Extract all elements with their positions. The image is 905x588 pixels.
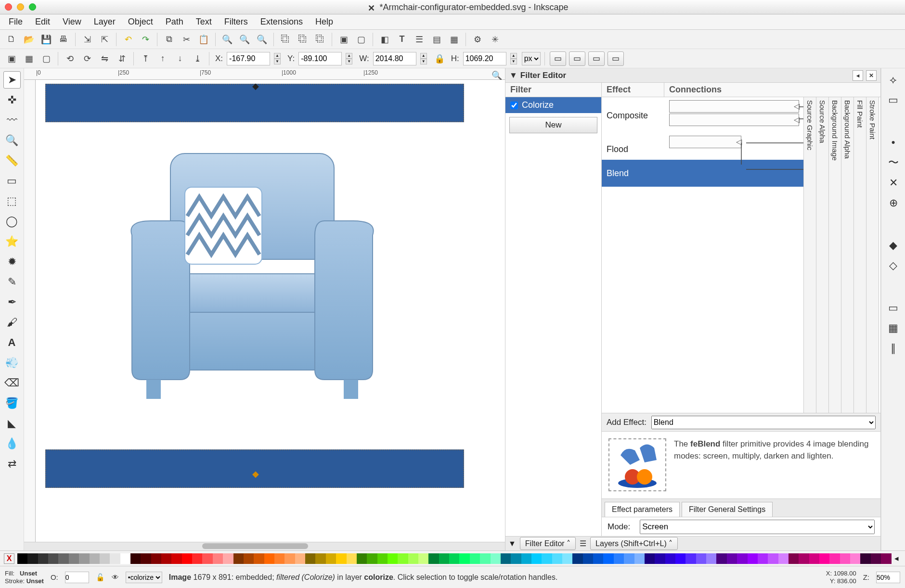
star-tool-icon[interactable]: ⭐ xyxy=(3,233,21,250)
color-swatch[interactable] xyxy=(48,553,58,564)
filter-checkbox[interactable] xyxy=(510,102,518,109)
color-swatch[interactable] xyxy=(110,553,120,564)
y-up-icon[interactable]: ▲ xyxy=(346,53,352,59)
color-swatch[interactable] xyxy=(768,553,778,564)
zoom-input[interactable] xyxy=(876,572,900,583)
snap-paths-icon[interactable]: 〜 xyxy=(885,154,902,171)
snap-midpoint-icon[interactable]: ◆ xyxy=(885,237,902,254)
color-swatch[interactable] xyxy=(829,553,840,564)
scrollbar-thumb[interactable] xyxy=(202,543,308,549)
color-swatch[interactable] xyxy=(778,553,789,564)
h-input[interactable] xyxy=(463,52,506,65)
color-swatch[interactable] xyxy=(428,553,439,564)
document-prefs-icon[interactable]: ✳ xyxy=(487,32,503,47)
import-icon[interactable]: ⇲ xyxy=(79,32,95,47)
color-swatch[interactable] xyxy=(748,553,758,564)
copy-icon[interactable]: ⧉ xyxy=(161,32,177,47)
duplicate-icon[interactable]: ⿻ xyxy=(278,32,293,47)
color-swatch[interactable] xyxy=(141,553,151,564)
layer-visible-icon[interactable]: 👁 xyxy=(112,573,119,581)
dock-tab-layers[interactable]: Layers (Shift+Ctrl+L) ˄ xyxy=(590,537,678,550)
affect-corners-icon[interactable]: ▭ xyxy=(569,51,585,66)
color-swatch[interactable] xyxy=(459,553,469,564)
color-swatch[interactable] xyxy=(583,553,593,564)
close-window-button[interactable] xyxy=(5,3,12,11)
dock-tab-filter[interactable]: Filter Editor ˄ xyxy=(520,537,576,550)
menu-object[interactable]: Object xyxy=(122,15,159,29)
color-swatch[interactable] xyxy=(696,553,706,564)
color-swatch[interactable] xyxy=(38,553,48,564)
color-swatch[interactable] xyxy=(511,553,521,564)
layer-select[interactable]: •colorize xyxy=(126,572,162,583)
ungroup-icon[interactable]: ▢ xyxy=(353,32,369,47)
calligraphy-tool-icon[interactable]: 🖌 xyxy=(3,314,21,331)
snap-nodes-icon[interactable]: • xyxy=(885,134,902,151)
unlink-icon[interactable]: ⿻ xyxy=(312,32,328,47)
color-swatch[interactable] xyxy=(202,553,212,564)
mode-select[interactable]: Screen xyxy=(640,520,875,534)
color-swatch[interactable] xyxy=(491,553,501,564)
filter-row-colorize[interactable]: Colorize xyxy=(505,97,601,113)
color-swatch[interactable] xyxy=(377,553,388,564)
color-swatch[interactable] xyxy=(264,553,274,564)
rect-tool-icon[interactable]: ▭ xyxy=(3,172,21,190)
align-icon[interactable]: ▦ xyxy=(446,32,462,47)
fill-stroke-indicator[interactable]: Fill: Unset Stroke: Unset xyxy=(5,570,44,585)
color-swatch[interactable] xyxy=(254,553,264,564)
color-swatch[interactable] xyxy=(295,553,305,564)
color-swatch[interactable] xyxy=(655,553,665,564)
affect-gradient-icon[interactable]: ▭ xyxy=(588,51,605,66)
tab-filter-general[interactable]: Filter General Settings xyxy=(682,502,773,517)
effect-row-blend[interactable]: Blend xyxy=(602,160,804,187)
color-swatch[interactable] xyxy=(501,553,511,564)
clone-icon[interactable]: ⿻ xyxy=(295,32,310,47)
color-swatch[interactable] xyxy=(27,553,38,564)
color-swatch[interactable] xyxy=(789,553,799,564)
color-swatch[interactable] xyxy=(408,553,418,564)
w-up-icon[interactable]: ▲ xyxy=(420,53,427,59)
select-layers-icon[interactable]: ▦ xyxy=(21,51,37,66)
color-swatch[interactable] xyxy=(850,553,860,564)
color-swatch[interactable] xyxy=(161,553,171,564)
ruler-vertical[interactable] xyxy=(24,80,36,542)
color-swatch[interactable] xyxy=(634,553,645,564)
color-swatch[interactable] xyxy=(223,553,233,564)
unit-select[interactable]: px xyxy=(522,52,541,65)
save-file-icon[interactable]: 💾 xyxy=(39,32,54,47)
effect-row-composite[interactable]: Composite xyxy=(602,102,669,129)
selector-tool-icon[interactable]: ➤ xyxy=(3,71,21,89)
snap-grid-icon[interactable]: ▦ xyxy=(885,320,902,337)
group-icon[interactable]: ▣ xyxy=(336,32,351,47)
color-swatch[interactable] xyxy=(449,553,459,564)
layers-icon[interactable]: ☰ xyxy=(412,32,427,47)
pen-tool-icon[interactable]: ✒ xyxy=(3,294,21,311)
color-swatch[interactable] xyxy=(120,553,130,564)
color-swatch[interactable] xyxy=(593,553,603,564)
menu-edit[interactable]: Edit xyxy=(29,15,56,29)
xml-icon[interactable]: ▤ xyxy=(429,32,444,47)
color-swatch[interactable] xyxy=(614,553,624,564)
effects-body[interactable]: Composite Flood Blend Source Graphic Sou xyxy=(602,97,880,413)
snap-other-icon[interactable]: ◇ xyxy=(885,257,902,274)
color-swatch[interactable] xyxy=(624,553,634,564)
snap-bbox-icon[interactable]: ▭ xyxy=(885,91,902,109)
x-down-icon[interactable]: ▼ xyxy=(274,59,281,64)
color-swatch[interactable] xyxy=(100,553,110,564)
color-swatch[interactable] xyxy=(69,553,79,564)
pencil-tool-icon[interactable]: ✎ xyxy=(3,273,21,291)
print-icon[interactable]: 🖶 xyxy=(56,32,71,47)
connector-tool-icon[interactable]: ⇄ xyxy=(3,455,21,473)
w-down-icon[interactable]: ▼ xyxy=(420,59,427,64)
color-swatch[interactable] xyxy=(531,553,542,564)
bucket-tool-icon[interactable]: 🪣 xyxy=(3,395,21,412)
color-swatch[interactable] xyxy=(305,553,315,564)
color-swatch[interactable] xyxy=(737,553,747,564)
color-swatch[interactable] xyxy=(881,553,891,564)
ellipse-tool-icon[interactable]: ◯ xyxy=(3,213,21,230)
color-swatch[interactable] xyxy=(521,553,531,564)
color-swatch[interactable] xyxy=(398,553,408,564)
color-swatch[interactable] xyxy=(840,553,850,564)
snap-page-icon[interactable]: ▭ xyxy=(885,299,902,317)
canvas[interactable]: ◆ xyxy=(36,80,505,542)
measure-tool-icon[interactable]: 📏 xyxy=(3,152,21,169)
